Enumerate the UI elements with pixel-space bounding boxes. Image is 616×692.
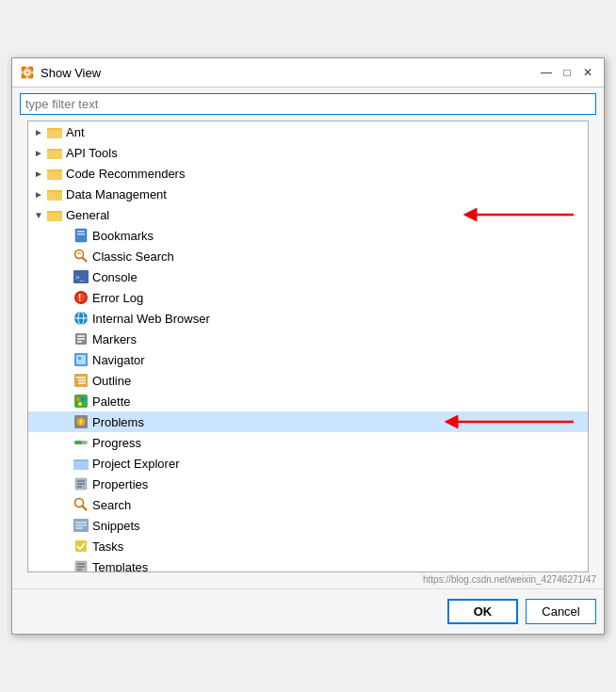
outline-icon [73, 373, 89, 388]
classic-search-icon [73, 249, 89, 264]
bookmarks-icon [73, 228, 89, 243]
tree-item-problems[interactable]: ► ! Problems [28, 411, 588, 432]
svg-line-65 [83, 507, 88, 511]
filter-input[interactable] [20, 93, 596, 115]
templates-icon [73, 559, 89, 572]
tree-item-classic-search[interactable]: ► Classic Search [28, 246, 588, 266]
tree-item-search[interactable]: ► Search [28, 494, 588, 515]
tree-label-palette: Palette [92, 394, 130, 409]
tree-item-markers[interactable]: ► Markers [28, 329, 588, 349]
svg-rect-5 [21, 72, 24, 74]
tree-item-ant[interactable]: ► Ant [28, 121, 588, 142]
url-bar: https://blog.csdn.net/weixin_42746271/47 [12, 572, 604, 588]
console-icon: >_ [73, 269, 89, 284]
tree-item-api-tools[interactable]: ► API Tools [28, 142, 588, 163]
navigator-icon [73, 352, 89, 367]
svg-rect-18 [47, 190, 54, 192]
tree-label-ant: Ant [66, 125, 85, 139]
tree-item-navigator[interactable]: ► Navigator [28, 349, 588, 370]
markers-icon [73, 331, 89, 346]
tree-item-snippets[interactable]: ► Snippets [28, 515, 588, 536]
search2-icon [73, 497, 89, 512]
svg-point-64 [75, 499, 84, 507]
svg-point-48 [76, 397, 80, 401]
tree-label-error-log: Error Log [92, 291, 143, 305]
svg-rect-11 [47, 151, 62, 159]
svg-rect-47 [74, 394, 88, 408]
title-controls: — □ ✕ [538, 64, 596, 81]
filter-area [12, 88, 604, 121]
expand-icon-data-management: ► [32, 187, 45, 201]
svg-rect-20 [47, 213, 62, 221]
tree-item-templates[interactable]: ► Templates [28, 556, 588, 572]
ok-button[interactable]: OK [447, 599, 518, 624]
show-view-dialog: Show View — □ ✕ ► Ant ► [11, 57, 605, 635]
minimize-button[interactable]: — [538, 64, 555, 81]
tree-label-markers: Markers [92, 332, 137, 346]
expand-icon-api-tools: ► [32, 146, 45, 159]
svg-rect-8 [47, 130, 62, 138]
svg-point-49 [81, 397, 85, 401]
expand-icon-general: ▼ [32, 208, 45, 221]
svg-text:>_: >_ [75, 273, 85, 282]
svg-point-26 [75, 250, 84, 259]
svg-line-27 [83, 258, 88, 263]
svg-rect-12 [47, 149, 54, 151]
tree-label-navigator: Navigator [92, 353, 145, 367]
tree-item-error-log[interactable]: ► ! Error Log [28, 287, 588, 308]
tree-label-problems: Problems [92, 415, 144, 429]
tree-item-properties[interactable]: ► Properties [28, 474, 588, 494]
tree-item-data-management[interactable]: ► Data Management [28, 184, 588, 204]
svg-rect-70 [75, 540, 87, 552]
svg-text:!: ! [78, 293, 81, 303]
svg-rect-15 [47, 169, 54, 171]
tree-item-tasks[interactable]: ► Tasks [28, 536, 588, 556]
tree-item-general-row: ▼ General [28, 204, 588, 225]
maximize-button[interactable]: □ [559, 64, 575, 81]
project-explorer-icon [73, 456, 89, 471]
svg-rect-17 [47, 192, 62, 201]
tree-list: ► Ant ► API Tools ► Code Reco [27, 121, 589, 572]
svg-rect-9 [47, 128, 54, 130]
tree-label-browser: Internal Web Browser [92, 312, 210, 326]
tree-label-properties: Properties [92, 477, 148, 491]
folder-icon-data-management [47, 186, 62, 201]
tree-item-project-explorer[interactable]: ► Project Explorer [28, 453, 588, 474]
title-bar: Show View — □ ✕ [12, 58, 604, 88]
tree-label-general: General [66, 208, 109, 222]
folder-icon-ant [47, 124, 62, 139]
folder-icon-code-recommenders [47, 166, 62, 181]
dialog-title: Show View [41, 66, 101, 80]
svg-rect-59 [73, 459, 80, 461]
properties-icon [73, 476, 89, 491]
tree-item-problems-row: ► ! Problems [28, 411, 588, 432]
svg-point-50 [78, 402, 82, 406]
tree-item-console[interactable]: ► >_ Console [28, 266, 588, 287]
expand-icon-ant: ► [32, 125, 45, 138]
tree-item-internal-web-browser[interactable]: ► Internal Web Browser [28, 308, 588, 329]
tree-item-outline[interactable]: ► Outline [28, 370, 588, 391]
tasks-icon [73, 539, 89, 554]
tree-item-general[interactable]: ▼ General [28, 204, 588, 225]
tree-label-snippets: Snippets [92, 519, 140, 533]
snippets-icon [73, 518, 89, 533]
tree-label-code-recommenders: Code Recommenders [66, 167, 185, 181]
cancel-button[interactable]: Cancel [526, 599, 596, 624]
tree-item-palette[interactable]: ► Palette [28, 391, 588, 411]
tree-label-data-management: Data Management [66, 187, 167, 201]
svg-rect-42 [78, 357, 81, 360]
tree-label-templates: Templates [92, 560, 148, 573]
error-log-icon: ! [73, 290, 89, 305]
close-button[interactable]: ✕ [579, 64, 596, 81]
palette-icon [73, 394, 89, 409]
folder-icon-general [47, 207, 62, 222]
svg-rect-56 [74, 441, 82, 444]
title-bar-left: Show View [20, 65, 101, 80]
tree-label-api-tools: API Tools [66, 146, 118, 160]
tree-label-bookmarks: Bookmarks [92, 229, 154, 243]
problems-icon: ! [73, 414, 89, 429]
tree-item-code-recommenders[interactable]: ► Code Recommenders [28, 163, 588, 184]
tree-item-bookmarks[interactable]: ► Bookmarks [28, 225, 588, 246]
svg-rect-24 [77, 231, 85, 233]
tree-item-progress[interactable]: ► Progress [28, 432, 588, 453]
